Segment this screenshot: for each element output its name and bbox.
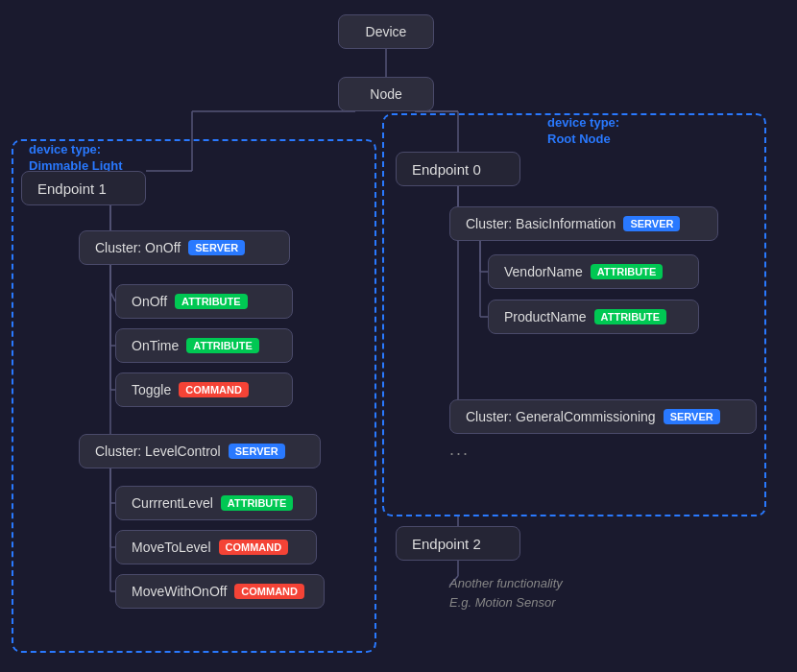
another-functionality-text: Another functionality E.g. Motion Sensor bbox=[449, 574, 563, 612]
node-label: Node bbox=[370, 86, 401, 102]
attr-vendorname-label: VendorName bbox=[504, 264, 583, 279]
cluster-basic-label: Cluster: BasicInformation bbox=[466, 216, 616, 231]
endpoint1-node: Endpoint 1 bbox=[21, 171, 146, 205]
attr-productname-badge: ATTRIBUTE bbox=[594, 309, 667, 324]
cmd-toggle-badge: COMMAND bbox=[179, 382, 249, 397]
cluster-gencomm-badge: SERVER bbox=[664, 409, 720, 424]
cmd-movewithonoff-badge: COMMAND bbox=[234, 584, 304, 599]
cluster-onoff-node: Cluster: OnOff SERVER bbox=[79, 230, 290, 265]
root-node-label: device type: Root Node bbox=[547, 115, 619, 148]
attr-currlevel-badge: ATTRIBUTE bbox=[221, 495, 294, 511]
cluster-onoff-label: Cluster: OnOff bbox=[95, 240, 181, 255]
cluster-level-badge: SERVER bbox=[229, 444, 285, 459]
cmd-movetolevel-node: MoveToLevel COMMAND bbox=[115, 530, 317, 564]
device-label: Device bbox=[366, 24, 407, 39]
endpoint2-node: Endpoint 2 bbox=[396, 526, 520, 561]
device-node: Device bbox=[338, 14, 434, 49]
attr-currlevel-label: CurrrentLevel bbox=[132, 495, 213, 511]
attr-onoff-label: OnOff bbox=[132, 294, 167, 309]
attr-productname-node: ProductName ATTRIBUTE bbox=[488, 300, 699, 334]
cluster-onoff-badge: SERVER bbox=[188, 240, 245, 255]
cluster-gencomm-node: Cluster: GeneralCommissioning SERVER bbox=[449, 399, 757, 434]
endpoint0-label: Endpoint 0 bbox=[412, 161, 481, 178]
cluster-level-label: Cluster: LevelControl bbox=[95, 444, 221, 459]
attr-ontime-badge: ATTRIBUTE bbox=[186, 338, 259, 353]
attr-onoff-node: OnOff ATTRIBUTE bbox=[115, 284, 293, 319]
endpoint2-label: Endpoint 2 bbox=[412, 536, 481, 552]
attr-onoff-badge: ATTRIBUTE bbox=[175, 294, 248, 309]
attr-ontime-label: OnTime bbox=[132, 338, 179, 353]
cmd-movetolevel-badge: COMMAND bbox=[219, 540, 289, 555]
diagram: Device Node device type: Dimmable Light … bbox=[0, 0, 797, 672]
endpoint0-node: Endpoint 0 bbox=[396, 152, 520, 186]
attr-ontime-node: OnTime ATTRIBUTE bbox=[115, 328, 293, 363]
ellipsis: ··· bbox=[449, 444, 470, 464]
dimmable-light-label: device type: Dimmable Light bbox=[29, 142, 123, 175]
cluster-basic-badge: SERVER bbox=[623, 216, 680, 231]
attr-currlevel-node: CurrrentLevel ATTRIBUTE bbox=[115, 486, 317, 520]
cmd-movetolevel-label: MoveToLevel bbox=[132, 540, 211, 555]
attr-vendorname-badge: ATTRIBUTE bbox=[591, 264, 664, 279]
cmd-movewithonoff-label: MoveWithOnOff bbox=[132, 584, 227, 599]
cluster-gencomm-label: Cluster: GeneralCommissioning bbox=[466, 409, 656, 424]
cluster-basic-node: Cluster: BasicInformation SERVER bbox=[449, 206, 718, 241]
node-node: Node bbox=[338, 77, 434, 111]
cmd-toggle-label: Toggle bbox=[132, 382, 171, 397]
attr-vendorname-node: VendorName ATTRIBUTE bbox=[488, 254, 699, 289]
cmd-toggle-node: Toggle COMMAND bbox=[115, 372, 293, 407]
cmd-movewithonoff-node: MoveWithOnOff COMMAND bbox=[115, 574, 325, 609]
endpoint1-label: Endpoint 1 bbox=[37, 180, 107, 197]
cluster-level-node: Cluster: LevelControl SERVER bbox=[79, 434, 321, 468]
attr-productname-label: ProductName bbox=[504, 309, 587, 324]
